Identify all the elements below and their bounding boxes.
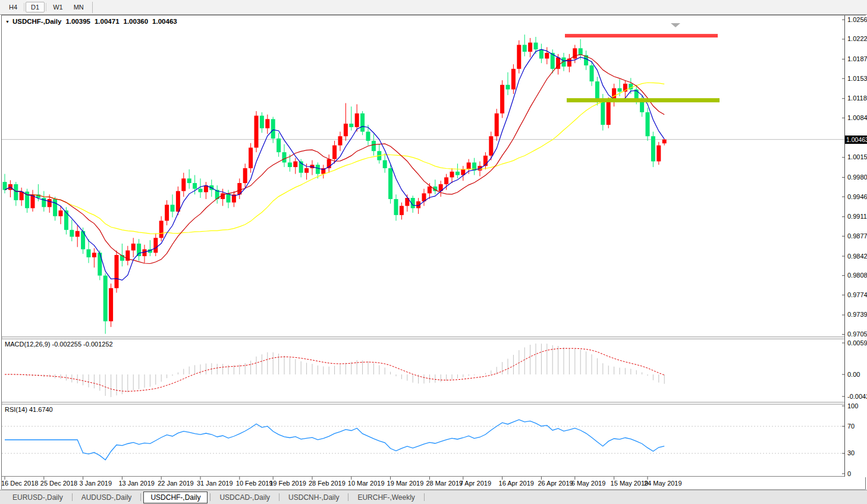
timeframe-toolbar: H4 D1 W1 MN [0, 0, 867, 15]
candle-body [467, 162, 471, 169]
tab-audusd-daily[interactable]: AUDUSD-,Daily [75, 492, 139, 503]
date-tick-label: 6 May 2019 [571, 480, 605, 487]
price-tick-label: 1.01530 [847, 75, 867, 82]
pane-splitter[interactable] [2, 337, 865, 339]
candle-body [500, 85, 504, 114]
price-tick-label: 0.99110 [847, 213, 867, 220]
date-tick-label: 10 Feb 2019 [236, 480, 273, 487]
macd-main-value: -0.002255 [52, 341, 81, 348]
candle-body [607, 102, 611, 125]
collapse-arrow-icon[interactable]: ▼ [5, 20, 10, 24]
candle-body [193, 183, 197, 189]
macd-tick-label: 0.00597 [847, 339, 867, 346]
candle-body [176, 191, 180, 212]
candle-body [344, 124, 348, 136]
candle-body [255, 116, 259, 148]
price-tick-label: 0.98420 [847, 253, 867, 260]
date-tick-label: 7 Apr 2019 [460, 480, 491, 487]
candle-body [109, 288, 113, 322]
date-tick-label: 10 Mar 2019 [348, 480, 385, 487]
candle-body [260, 116, 264, 128]
price-tick-label: 1.00150 [847, 153, 867, 160]
price-tick-label: 1.00840 [847, 114, 867, 121]
candle-body [14, 184, 18, 200]
candle-body [394, 199, 398, 215]
main-chart-pane[interactable] [2, 15, 844, 336]
tab-usdcnh-daily[interactable]: USDCNH-,Daily [282, 492, 345, 503]
candle-body [579, 48, 583, 55]
candle-body [534, 43, 538, 50]
tab-eurchf-weekly[interactable]: EURCHF-,Weekly [351, 492, 421, 503]
tab-separator [210, 493, 211, 501]
chart-title: ▼USDCHF-,Daily1.003951.004711.003601.004… [5, 18, 177, 25]
candle-body [143, 249, 147, 256]
candle-body [651, 136, 655, 161]
toolbar-separator [24, 3, 24, 11]
candle-body [590, 65, 594, 81]
candle-body [383, 160, 387, 168]
date-tick-label: 13 Jan 2019 [118, 480, 155, 487]
candle-body [539, 49, 544, 58]
price-tick-label: 0.97050 [847, 330, 867, 338]
candle-body [528, 43, 532, 52]
pane-splitter[interactable] [2, 402, 865, 405]
resistance-line[interactable] [565, 34, 718, 37]
candle-body [444, 177, 448, 184]
candle-body [271, 119, 275, 138]
candle-body [355, 114, 359, 127]
candle-body [293, 161, 297, 167]
candle-body [199, 189, 203, 193]
date-tick-label: 19 Feb 2019 [269, 480, 306, 487]
price-tick-label: 1.02220 [847, 35, 867, 42]
price-tick-label: 1.01870 [847, 55, 867, 62]
candle-body [450, 172, 454, 178]
candle-body [249, 147, 253, 168]
candle-body [428, 187, 432, 194]
candle-body [98, 253, 102, 275]
chart-tabs-bar: EURUSD-,Daily AUDUSD-,Daily USDCHF-,Dail… [0, 490, 867, 504]
current-price-badge: 1.00463 [845, 136, 867, 144]
price-tick-label: 1.01180 [847, 94, 867, 102]
timeframe-button-w1[interactable]: W1 [48, 2, 68, 12]
candle-body [3, 182, 7, 190]
toolbar-separator [92, 2, 93, 13]
candle-body [506, 85, 510, 90]
tab-usdchf-daily[interactable]: USDCHF-,Daily [143, 492, 208, 503]
date-tick-label: 26 Apr 2019 [538, 480, 573, 487]
rsi-label: RSI(14) 41.6740 [5, 406, 53, 413]
candle-body [366, 132, 370, 141]
candle-body [64, 210, 68, 230]
candle-body [489, 136, 493, 156]
rsi-value: 41.6740 [29, 406, 53, 413]
date-tick-label: 28 Feb 2019 [309, 480, 345, 487]
macd-indicator-name: MACD(12,26,9) [5, 341, 50, 348]
macd-tick-label: -0.00424 [847, 393, 867, 400]
candle-body [20, 191, 24, 200]
timeframe-button-d1[interactable]: D1 [26, 2, 45, 12]
price-tick-label: 0.97740 [847, 291, 867, 298]
tab-eurusd-daily[interactable]: EURUSD-,Daily [6, 492, 70, 503]
tab-usdcad-daily[interactable]: USDCAD-,Daily [213, 492, 277, 503]
toolbar-separator [46, 3, 46, 11]
candle-body [137, 244, 141, 256]
candle-body [265, 119, 269, 128]
candle-body [187, 178, 191, 183]
candle-body [115, 255, 119, 288]
candle-body [523, 45, 527, 52]
tab-separator [279, 493, 279, 501]
date-tick-label: 16 Apr 2019 [499, 480, 534, 487]
chart-canvas[interactable]: 1.025601.022201.018701.015301.011801.008… [0, 0, 867, 504]
date-tick-label: 24 May 2019 [644, 480, 682, 487]
candle-body [181, 178, 186, 191]
chart-symbol-label: USDCHF-,Daily [12, 18, 61, 25]
candle-body [372, 141, 376, 151]
candle-body [349, 124, 353, 127]
timeframe-button-h4[interactable]: H4 [4, 2, 23, 12]
support-line[interactable] [567, 98, 720, 102]
price-tick-label: 0.97390 [847, 311, 867, 318]
candle-body [165, 205, 169, 221]
candle-body [456, 172, 460, 175]
candle-body [646, 112, 650, 136]
candle-body [595, 81, 599, 101]
timeframe-button-mn[interactable]: MN [68, 2, 89, 12]
